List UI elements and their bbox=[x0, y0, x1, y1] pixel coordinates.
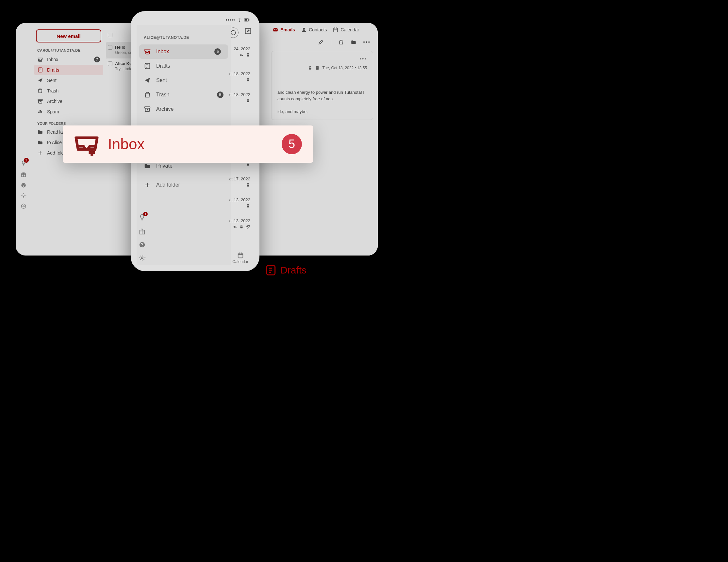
sidebar-item-label: Archive bbox=[156, 106, 174, 112]
nav-label: Contacts bbox=[309, 27, 327, 32]
archive-icon bbox=[144, 106, 151, 113]
spam-icon bbox=[37, 109, 43, 115]
trash-icon bbox=[144, 91, 151, 98]
sidebar-item-drafts[interactable]: Drafts bbox=[34, 65, 103, 75]
battery-icon bbox=[244, 17, 250, 23]
message-from: Hello bbox=[115, 45, 125, 50]
folder-icon[interactable] bbox=[351, 39, 356, 45]
help-icon[interactable] bbox=[139, 241, 146, 248]
sidebar-item-inbox[interactable]: Inbox 7 bbox=[31, 54, 106, 65]
bottom-nav-calendar[interactable]: Calendar bbox=[232, 252, 248, 264]
filter-icon bbox=[230, 30, 236, 36]
list-item[interactable]: ct 13, 2022 bbox=[229, 218, 250, 239]
message-card: ••• Tue, Oct 18, 2022 • 13:55 and clean … bbox=[271, 51, 373, 120]
help-icon[interactable] bbox=[21, 182, 26, 188]
lock-icon bbox=[239, 224, 244, 229]
nav-contacts[interactable]: Contacts bbox=[301, 27, 327, 33]
sidebar-item-archive[interactable]: Archive bbox=[137, 102, 231, 116]
checkbox-icon bbox=[108, 45, 112, 50]
gear-icon[interactable] bbox=[21, 193, 26, 199]
note-icon bbox=[315, 66, 320, 70]
sidebar-item-label: Drafts bbox=[47, 67, 59, 73]
gift-icon[interactable] bbox=[139, 228, 146, 235]
sidebar-item-spam[interactable]: Spam bbox=[31, 107, 106, 117]
new-email-button[interactable]: New email bbox=[36, 29, 101, 42]
account-label: ALICE@TUTANOTA.DE bbox=[137, 33, 231, 44]
sidebar-item-trash[interactable]: Trash 5 bbox=[137, 88, 231, 102]
mail-icon bbox=[273, 27, 278, 33]
list-item[interactable]: ct 17, 2022 bbox=[229, 176, 250, 197]
sidebar-item-label: Add folder bbox=[156, 182, 180, 188]
sent-icon bbox=[37, 77, 43, 83]
message-date: ct 13, 2022 bbox=[229, 197, 250, 202]
reply-icon bbox=[233, 224, 237, 229]
sidebar-item-archive[interactable]: Archive bbox=[31, 96, 106, 107]
inbox-plus-icon bbox=[74, 131, 99, 157]
sidebar-item-trash[interactable]: Trash bbox=[31, 86, 106, 96]
message-date: ct 13, 2022 bbox=[229, 218, 250, 223]
message-more-button[interactable]: ••• bbox=[277, 56, 367, 62]
calendar-icon bbox=[237, 252, 244, 259]
sidebar-item-drafts[interactable]: Drafts bbox=[137, 59, 231, 73]
highlight-inbox-row[interactable]: Inbox 5 bbox=[63, 125, 313, 163]
phone-left-rail: 1 bbox=[139, 214, 146, 261]
message-meta: Tue, Oct 18, 2022 • 13:55 bbox=[277, 66, 367, 70]
highlight-count-badge: 5 bbox=[282, 134, 302, 154]
sidebar-item-sent[interactable]: Sent bbox=[31, 75, 106, 86]
lock-icon bbox=[246, 77, 250, 82]
lock-icon bbox=[246, 98, 250, 103]
phone-header-actions bbox=[228, 27, 252, 38]
calendar-icon bbox=[333, 27, 339, 33]
trash-count-badge: 5 bbox=[217, 91, 223, 98]
top-nav: Emails Contacts Calendar bbox=[267, 23, 378, 37]
sidebar-item-label: Sent bbox=[156, 77, 167, 83]
lock-icon bbox=[308, 66, 312, 70]
sidebar-item-label: Inbox bbox=[156, 49, 169, 55]
sidebar-item-sent[interactable]: Sent bbox=[137, 73, 231, 88]
lock-icon bbox=[246, 204, 250, 208]
plus-icon bbox=[144, 181, 151, 189]
lock-icon bbox=[246, 183, 250, 187]
desktop-left-rail: 2 bbox=[16, 23, 31, 256]
tips-button[interactable]: 2 bbox=[21, 160, 26, 167]
tips-button[interactable]: 1 bbox=[139, 214, 146, 222]
pencil-icon[interactable] bbox=[318, 39, 324, 45]
drafts-label: Drafts bbox=[280, 265, 306, 276]
lock-icon bbox=[246, 53, 250, 57]
sidebar-item-inbox[interactable]: Inbox 5 bbox=[139, 44, 228, 59]
more-button[interactable]: ••• bbox=[363, 39, 371, 45]
nav-calendar[interactable]: Calendar bbox=[333, 27, 359, 33]
add-folder-button[interactable]: Add folder bbox=[137, 178, 231, 192]
nav-emails[interactable]: Emails bbox=[273, 27, 295, 33]
archive-icon bbox=[37, 98, 43, 104]
list-item[interactable]: ct 18, 2022 bbox=[229, 92, 250, 113]
nav-label: Calendar bbox=[232, 259, 248, 264]
sent-icon bbox=[144, 77, 151, 84]
logout-icon[interactable] bbox=[21, 203, 26, 209]
list-item[interactable]: ct 18, 2022 bbox=[229, 71, 250, 92]
checkbox-icon bbox=[108, 61, 112, 66]
drafts-label-float: Drafts bbox=[265, 264, 306, 276]
list-item[interactable]: 24, 2022 bbox=[229, 46, 250, 71]
trash-icon[interactable] bbox=[338, 39, 344, 45]
gear-icon[interactable] bbox=[139, 254, 146, 261]
sidebar-item-label: Trash bbox=[156, 92, 169, 98]
sidebar-item-label: Drafts bbox=[156, 63, 170, 69]
drafts-icon bbox=[37, 67, 43, 73]
contact-icon bbox=[301, 27, 307, 33]
message-date: ct 18, 2022 bbox=[229, 92, 250, 97]
message-date: ct 17, 2022 bbox=[229, 176, 250, 181]
gift-icon[interactable] bbox=[21, 172, 26, 178]
message-toolbar: | ••• bbox=[267, 37, 378, 51]
drafts-icon bbox=[144, 62, 151, 70]
compose-icon[interactable] bbox=[244, 27, 252, 35]
wifi-icon bbox=[237, 18, 242, 22]
message-date: 24, 2022 bbox=[229, 46, 250, 51]
tips-badge: 1 bbox=[143, 212, 148, 216]
list-item[interactable]: ct 13, 2022 bbox=[229, 197, 250, 218]
inbox-count-badge: 5 bbox=[214, 48, 221, 55]
sidebar-item-label: Archive bbox=[47, 99, 62, 104]
message-date: ct 18, 2022 bbox=[229, 71, 250, 76]
account-label: CAROL@TUTANOTA.DE bbox=[31, 46, 106, 54]
inbox-icon bbox=[144, 48, 151, 55]
